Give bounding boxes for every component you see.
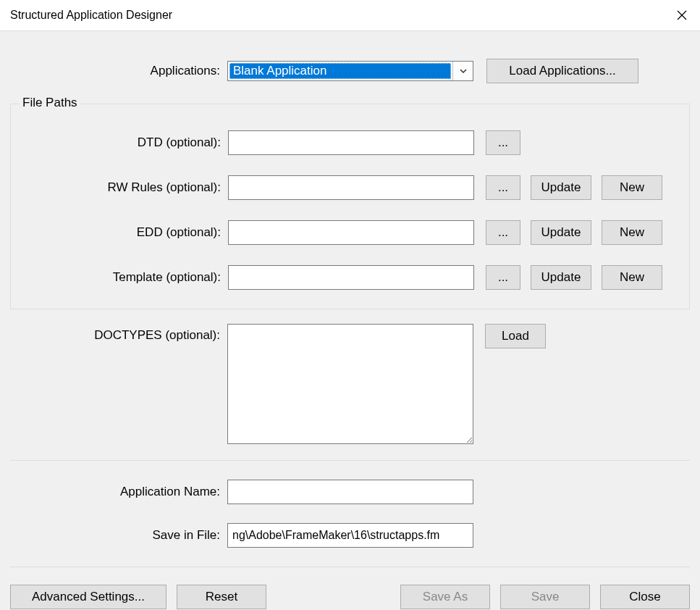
applications-combo[interactable]: Blank Application: [227, 61, 473, 81]
edd-label: EDD (optional):: [11, 225, 228, 240]
dtd-input[interactable]: [228, 130, 474, 155]
edd-browse-button[interactable]: ...: [486, 220, 520, 245]
doctypes-row: DOCTYPES (optional): Load: [10, 324, 690, 444]
window-close-button[interactable]: [664, 0, 700, 31]
rw-new-button[interactable]: New: [602, 175, 662, 200]
doctypes-textarea[interactable]: [227, 324, 473, 444]
chevron-down-icon: [460, 69, 467, 73]
dtd-browse-button[interactable]: ...: [486, 130, 520, 155]
rw-update-button[interactable]: Update: [531, 175, 591, 200]
rw-label: RW Rules (optional):: [11, 180, 228, 195]
load-applications-button[interactable]: Load Applications...: [486, 59, 638, 83]
file-paths-legend: File Paths: [20, 96, 80, 110]
dialog-content: Applications: Blank Application Load App…: [0, 31, 700, 610]
title-bar: Structured Application Designer: [0, 0, 700, 31]
applications-label: Applications:: [10, 64, 227, 78]
save-in-file-input[interactable]: [227, 523, 473, 548]
edd-new-button[interactable]: New: [602, 220, 662, 245]
save-as-button[interactable]: Save As: [400, 585, 490, 609]
application-name-input[interactable]: [227, 480, 473, 504]
doctypes-load-button[interactable]: Load: [485, 324, 546, 348]
close-icon: [677, 10, 687, 20]
dtd-label: DTD (optional):: [11, 135, 228, 150]
advanced-settings-button[interactable]: Advanced Settings...: [10, 585, 166, 609]
save-in-file-label: Save in File:: [10, 528, 227, 543]
application-name-label: Application Name:: [10, 485, 227, 499]
applications-row: Applications: Blank Application Load App…: [10, 31, 690, 83]
template-new-button[interactable]: New: [602, 265, 662, 290]
rw-browse-button[interactable]: ...: [486, 175, 520, 200]
separator-2: [10, 567, 690, 567]
file-paths-group: File Paths DTD (optional): ... RW Rules …: [10, 104, 690, 309]
applications-combo-dropdown-button[interactable]: [452, 62, 473, 80]
window-title: Structured Application Designer: [10, 9, 172, 22]
template-input[interactable]: [228, 265, 474, 290]
template-label: Template (optional):: [11, 270, 228, 285]
applications-combo-selected: Blank Application: [229, 63, 451, 79]
edd-input[interactable]: [228, 220, 474, 245]
doctypes-label: DOCTYPES (optional):: [10, 324, 227, 343]
save-button[interactable]: Save: [500, 585, 590, 609]
separator-1: [10, 460, 690, 461]
rw-input[interactable]: [228, 175, 474, 200]
footer-buttons: Advanced Settings... Reset Save As Save …: [10, 585, 690, 609]
template-browse-button[interactable]: ...: [486, 265, 520, 290]
edd-update-button[interactable]: Update: [531, 220, 591, 245]
reset-button[interactable]: Reset: [177, 585, 266, 609]
template-update-button[interactable]: Update: [531, 265, 591, 290]
close-button[interactable]: Close: [600, 585, 690, 609]
